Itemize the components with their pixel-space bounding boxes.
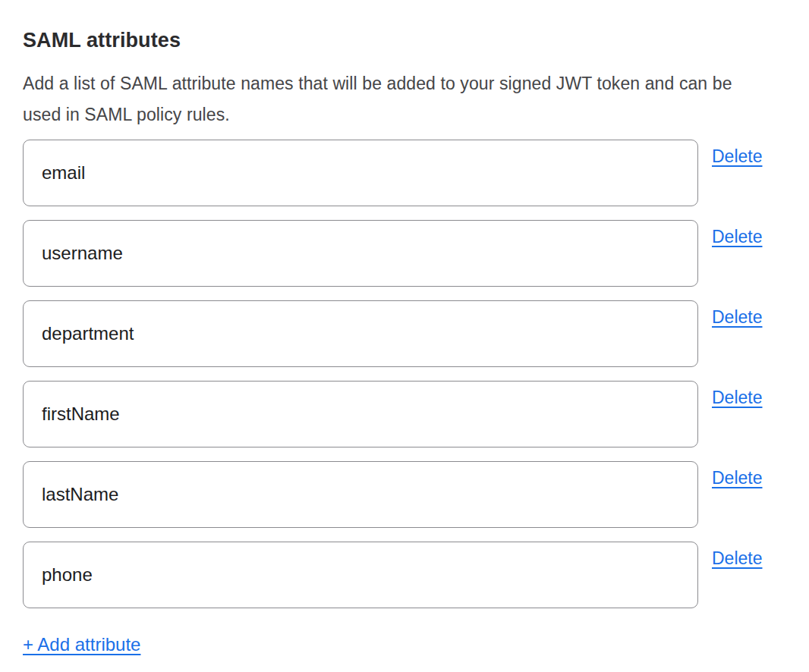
add-attribute-link[interactable]: + Add attribute <box>23 634 140 655</box>
attribute-list: Delete Delete Delete Delete Delete Delet… <box>23 140 786 608</box>
attribute-input[interactable] <box>23 140 698 206</box>
attribute-row: Delete <box>23 300 786 367</box>
delete-link[interactable]: Delete <box>712 227 762 247</box>
attribute-row: Delete <box>23 542 786 608</box>
attribute-input[interactable] <box>23 300 698 367</box>
delete-link[interactable]: Delete <box>712 468 762 488</box>
attribute-row: Delete <box>23 140 786 206</box>
section-description: Add a list of SAML attribute names that … <box>23 68 774 130</box>
saml-attributes-section: SAML attributes Add a list of SAML attri… <box>0 0 809 672</box>
delete-link[interactable]: Delete <box>712 548 762 568</box>
attribute-input[interactable] <box>23 542 698 608</box>
attribute-row: Delete <box>23 461 786 528</box>
attribute-input[interactable] <box>23 461 698 528</box>
delete-link[interactable]: Delete <box>712 146 762 166</box>
attribute-row: Delete <box>23 381 786 447</box>
delete-link[interactable]: Delete <box>712 388 762 407</box>
attribute-row: Delete <box>23 220 786 287</box>
attribute-input[interactable] <box>23 220 698 287</box>
attribute-input[interactable] <box>23 381 698 447</box>
page-title: SAML attributes <box>23 27 786 53</box>
delete-link[interactable]: Delete <box>712 307 762 327</box>
